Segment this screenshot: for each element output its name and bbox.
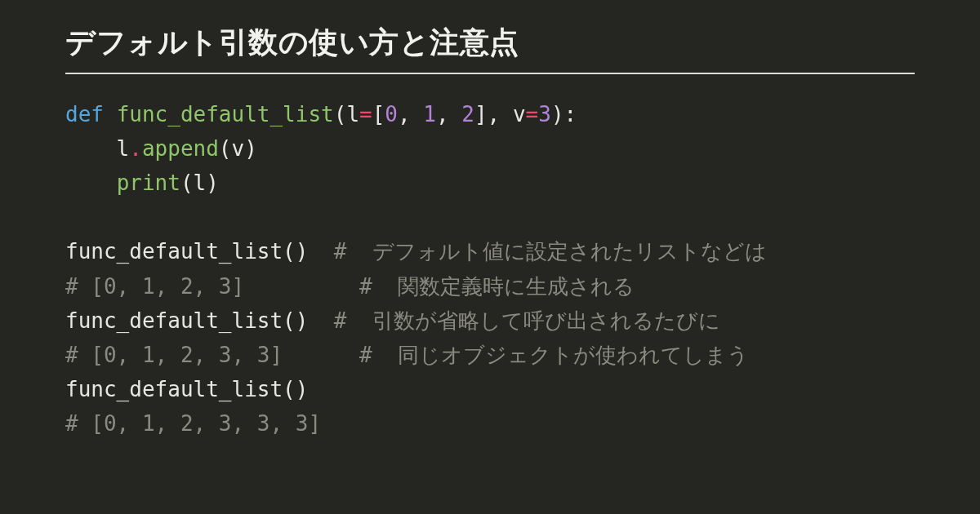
- code-line-3: print(l): [65, 171, 219, 195]
- code-line-10: # [0, 1, 2, 3, 3, 3]: [65, 411, 321, 436]
- code-line-8: # [0, 1, 2, 3, 3] # 同じオブジェクトが使われてしまう: [65, 343, 749, 367]
- code-block: def func_default_list(l=[0, 1, 2], v=3):…: [65, 97, 915, 441]
- code-line-7: func_default_list() # 引数が省略して呼び出されるたびに: [65, 308, 720, 333]
- code-line-6: # [0, 1, 2, 3] # 関数定義時に生成される: [65, 274, 635, 299]
- code-line-5: func_default_list() # デフォルト値に設定されたリストなどは: [65, 239, 767, 264]
- code-line-9: func_default_list(): [65, 377, 308, 401]
- page-title: デフォルト引数の使い方と注意点: [65, 23, 915, 74]
- code-line-1: def func_default_list(l=[0, 1, 2], v=3):: [65, 102, 577, 126]
- code-line-2: l.append(v): [65, 136, 257, 161]
